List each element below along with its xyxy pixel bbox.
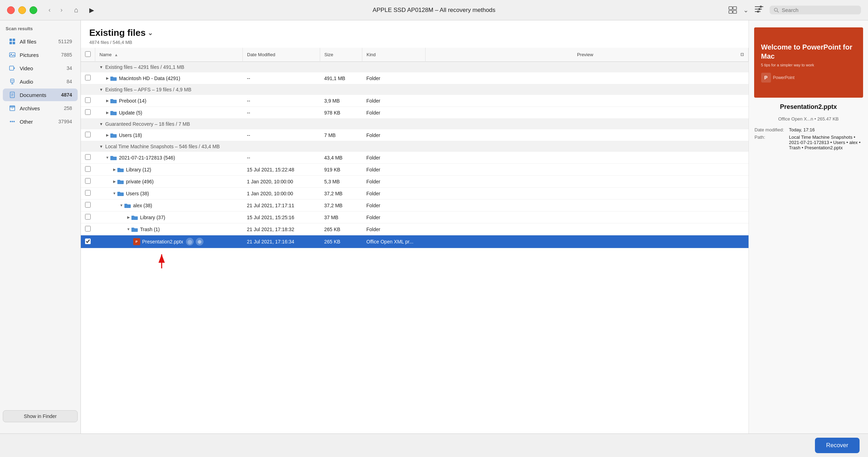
sidebar-item-video[interactable]: Video 34	[3, 62, 78, 74]
header-checkbox[interactable]	[81, 48, 95, 62]
row-size: 37,2 MB	[320, 188, 362, 200]
sidebar-item-audio-count: 84	[66, 79, 72, 84]
group-collapse-ltms-icon[interactable]: ▼	[99, 144, 103, 149]
info-action-icon[interactable]: ⊕	[196, 238, 203, 246]
table-row-selected[interactable]: P Presentation2.pptx ◎ ⊕	[81, 235, 749, 248]
row-size: 265 KB	[320, 223, 362, 235]
folder-icon	[110, 98, 117, 104]
table-row[interactable]: ▶ Library (12) 15 Jul 2021, 15:22:48 919…	[81, 164, 749, 176]
back-button[interactable]: ‹	[44, 5, 55, 15]
expand-right-icon[interactable]: ▶	[112, 167, 117, 172]
table-row[interactable]: ▶ Library (37) 15 Jul 2021, 15:25:16 37 …	[81, 211, 749, 223]
expand-right-icon[interactable]: ▶	[105, 110, 110, 115]
group-collapse-apfs-icon[interactable]: ▼	[99, 87, 103, 92]
row-name-cell: ▼ 2021-07-21-172813 (546)	[95, 152, 243, 164]
row-checkbox[interactable]	[85, 190, 91, 196]
selected-row-preview	[426, 235, 749, 248]
table-row[interactable]: ▼ 2021-07-21-172813 (546) -- 43,4 MB Fol…	[81, 152, 749, 164]
svg-point-34	[12, 121, 13, 122]
view-toggle-icon[interactable]	[728, 6, 740, 14]
row-date: 1 Jan 2020, 10:00:00	[243, 188, 320, 200]
table-row[interactable]: ▶ Users (18) -- 7 MB Folder	[81, 129, 749, 141]
group-header-apfs: ▼ Existing files – APFS – 19 files / 4,9…	[81, 84, 749, 95]
home-button[interactable]: ⌂	[70, 4, 82, 16]
table-body: ▼ Existing files – 4291 files / 491,1 MB…	[81, 62, 749, 248]
close-button[interactable]	[7, 6, 15, 14]
row-checkbox[interactable]	[85, 154, 91, 160]
sidebar-item-other-count: 37994	[58, 119, 72, 124]
sidebar-item-archives[interactable]: Archives 258	[3, 102, 78, 115]
minimize-button[interactable]	[18, 6, 26, 14]
expand-right-icon[interactable]: ▶	[112, 179, 117, 184]
path-label: Path:	[754, 135, 786, 150]
content-area: Existing files ⌄ 4874 files / 546,4 MB N…	[81, 20, 749, 433]
recover-button[interactable]: Recover	[815, 438, 860, 453]
play-button[interactable]: ▶	[86, 4, 98, 16]
fullscreen-button[interactable]	[30, 6, 37, 14]
row-checkbox[interactable]	[85, 132, 91, 137]
group-collapse-icon[interactable]: ▼	[99, 65, 103, 69]
header-size[interactable]: Size	[320, 48, 362, 62]
path-value: Local Time Machine Snapshots • 2021-07-2…	[789, 135, 862, 150]
row-checkbox[interactable]	[85, 166, 91, 172]
preview-panel-toggle[interactable]: ⊡	[740, 52, 744, 57]
search-box[interactable]	[770, 6, 861, 14]
search-input[interactable]	[782, 7, 857, 13]
table-row[interactable]: ▶ Macintosh HD - Data (4291) -- 491,1 MB…	[81, 72, 749, 84]
sidebar-item-all-files[interactable]: All files 51129	[3, 35, 78, 48]
expand-down-icon[interactable]: ▼	[126, 227, 131, 232]
file-table-container[interactable]: Name ▲ Date Modified Size Kind Preview ⊡	[81, 48, 749, 433]
svg-point-9	[757, 11, 759, 13]
title-chevron-icon[interactable]: ⌄	[148, 29, 153, 37]
ppt-logo-icon: P	[761, 73, 771, 83]
row-checkbox[interactable]	[85, 75, 91, 80]
row-name-cell: ▶ Library (37)	[95, 211, 243, 223]
row-checkbox[interactable]	[85, 214, 91, 220]
row-checkbox[interactable]	[85, 97, 91, 103]
expand-right-icon[interactable]: ▶	[105, 76, 110, 81]
table-row[interactable]: ▶ Preboot (14) -- 3,9 MB Folder	[81, 95, 749, 107]
pptx-file-icon: P	[133, 238, 140, 245]
row-checkbox[interactable]	[85, 202, 91, 208]
row-checkbox[interactable]	[85, 109, 91, 115]
sidebar-item-other-label: Other	[20, 119, 55, 125]
header-preview: Preview ⊡	[426, 48, 749, 62]
expand-right-icon[interactable]: ▶	[105, 133, 110, 138]
select-all-checkbox[interactable]	[85, 51, 91, 57]
expand-right-icon[interactable]: ▶	[126, 215, 131, 220]
sidebar-item-audio[interactable]: Audio 84	[3, 75, 78, 88]
table-row[interactable]: ▼ alex (38) 21 Jul 2021, 17:17:11 37,2 M…	[81, 200, 749, 211]
view-dropdown-arrow[interactable]: ⌄	[743, 6, 749, 14]
selected-row-size: 265 KB	[320, 235, 362, 248]
header-name[interactable]: Name ▲	[95, 48, 243, 62]
preview-detail-date: Date modified: Today, 17:16	[754, 127, 862, 132]
expand-down-icon[interactable]: ▼	[105, 155, 110, 160]
sidebar-item-pictures[interactable]: Pictures 7885	[3, 48, 78, 61]
row-name-cell: ▶ Users (18)	[95, 129, 243, 141]
forward-button[interactable]: ›	[56, 5, 67, 15]
header-kind[interactable]: Kind	[362, 48, 426, 62]
sidebar-item-documents[interactable]: Documents 4874	[3, 89, 78, 101]
expand-down-icon[interactable]: ▼	[112, 191, 117, 196]
selected-row-kind: Office Open XML pr...	[362, 235, 426, 248]
show-in-finder-button[interactable]: Show in Finder	[3, 410, 78, 422]
sidebar-item-pictures-count: 7885	[61, 52, 72, 58]
row-checkbox[interactable]	[85, 226, 91, 231]
sidebar-item-other[interactable]: Other 37994	[3, 115, 78, 128]
folder-icon	[117, 179, 124, 184]
expand-right-icon[interactable]: ▶	[105, 98, 110, 103]
preview-ppt-logo: P PowerPoint	[761, 73, 795, 83]
preview-action-icon[interactable]: ◎	[186, 238, 194, 246]
sidebar-item-video-count: 34	[66, 65, 72, 71]
table-row[interactable]: ▶ private (496) 1 Jan 2020, 10:00:00 5,3…	[81, 176, 749, 188]
row-checkbox[interactable]	[85, 178, 91, 184]
table-row[interactable]: ▶ Update (5) -- 978 KB Folder	[81, 107, 749, 119]
expand-down-icon[interactable]: ▼	[119, 203, 124, 208]
filter-button[interactable]	[754, 5, 764, 15]
selected-row-checkbox[interactable]	[85, 239, 91, 244]
table-row[interactable]: ▼ Users (38) 1 Jan 2020, 10:00:00 37,2 M…	[81, 188, 749, 200]
table-row[interactable]: ▼ Trash (1) 21 Jul 2021, 17:18:32 265 KB…	[81, 223, 749, 235]
svg-rect-12	[9, 39, 12, 41]
header-date[interactable]: Date Modified	[243, 48, 320, 62]
group-collapse-gr-icon[interactable]: ▼	[99, 122, 103, 126]
